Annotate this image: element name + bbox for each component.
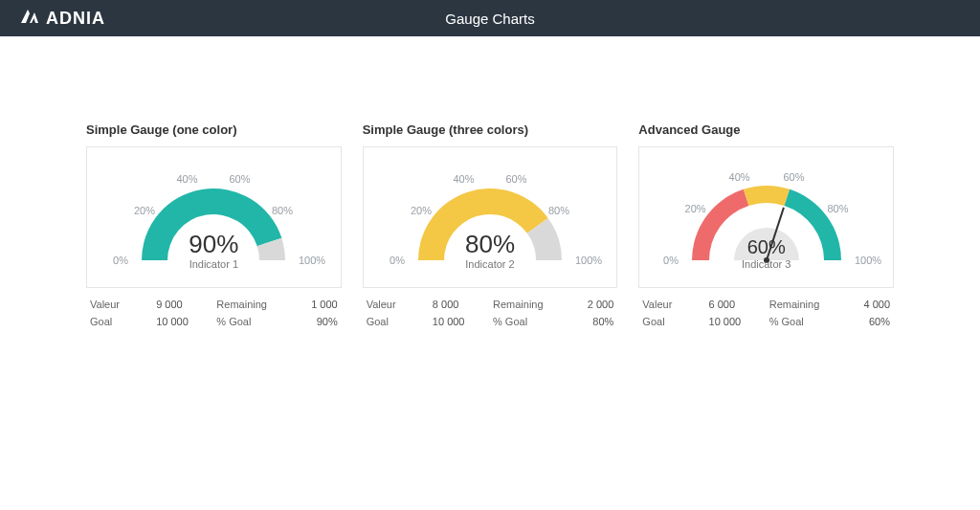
- label-valeur: Valeur: [90, 299, 150, 310]
- gauge-chart-three: 0%20%40%60%80%100% 80% Indicator 2: [363, 146, 618, 288]
- value-goal: 10 000: [150, 316, 216, 327]
- stats-row: Goal 10 000 % Goal 60%: [638, 313, 894, 330]
- gauge-card-1: Simple Gauge (one color) 0%20%40%60%80%1…: [86, 122, 342, 330]
- svg-text:20%: 20%: [684, 203, 705, 214]
- value-remaining: 4 000: [830, 299, 890, 310]
- svg-text:100%: 100%: [299, 255, 325, 266]
- gauge-center: 60% Indicator 3: [742, 237, 791, 270]
- gauge-stats: Valeur 6 000 Remaining 4 000 Goal 10 000…: [638, 296, 894, 330]
- gauge-indicator: Indicator 2: [465, 258, 515, 270]
- value-valeur: 8 000: [427, 299, 493, 310]
- label-valeur: Valeur: [642, 299, 702, 310]
- value-pctgoal: 90%: [278, 316, 338, 327]
- label-remaining: Remaining: [493, 299, 553, 310]
- gauge-indicator: Indicator 3: [742, 258, 791, 270]
- content-area: Simple Gauge (one color) 0%20%40%60%80%1…: [0, 36, 980, 330]
- gauge-title: Simple Gauge (one color): [86, 122, 342, 137]
- svg-text:40%: 40%: [728, 171, 749, 183]
- svg-text:100%: 100%: [575, 255, 602, 266]
- svg-text:60%: 60%: [230, 173, 251, 185]
- stats-row: Valeur 9 000 Remaining 1 000: [86, 296, 342, 313]
- gauge-card-3: Advanced Gauge 0%20%40%60%80%100% 60% In…: [638, 122, 894, 330]
- gauge-value: 90%: [189, 232, 238, 256]
- gauge-stats: Valeur 8 000 Remaining 2 000 Goal 10 000…: [363, 296, 618, 330]
- svg-text:80%: 80%: [548, 205, 569, 216]
- gauge-chart-advanced: 0%20%40%60%80%100% 60% Indicator 3: [638, 146, 894, 288]
- value-goal: 10 000: [703, 316, 769, 327]
- svg-text:80%: 80%: [827, 203, 848, 214]
- label-goal: Goal: [90, 316, 150, 327]
- svg-text:40%: 40%: [453, 173, 474, 185]
- header-bar: ADNIA Gauge Charts: [0, 0, 980, 36]
- gauge-center: 90% Indicator 1: [189, 232, 238, 270]
- brand-logo: ADNIA: [19, 8, 105, 30]
- label-remaining: Remaining: [216, 299, 277, 310]
- svg-text:60%: 60%: [783, 171, 804, 183]
- gauge-value: 60%: [742, 237, 791, 256]
- stats-row: Goal 10 000 % Goal 90%: [86, 313, 342, 330]
- gauge-title: Advanced Gauge: [638, 122, 894, 137]
- svg-text:0%: 0%: [663, 255, 679, 266]
- label-pctgoal: % Goal: [216, 316, 277, 327]
- label-goal: Goal: [367, 316, 427, 327]
- svg-text:40%: 40%: [177, 173, 198, 185]
- page-title: Gauge Charts: [445, 11, 534, 27]
- value-remaining: 2 000: [553, 299, 613, 310]
- gauge-title: Simple Gauge (three colors): [363, 122, 618, 137]
- value-goal: 10 000: [427, 316, 493, 327]
- label-valeur: Valeur: [367, 299, 427, 310]
- label-pctgoal: % Goal: [769, 316, 830, 327]
- gauge-stats: Valeur 9 000 Remaining 1 000 Goal 10 000…: [86, 296, 342, 330]
- svg-text:60%: 60%: [505, 173, 526, 185]
- stats-row: Valeur 8 000 Remaining 2 000: [363, 296, 618, 313]
- value-pctgoal: 60%: [830, 316, 890, 327]
- label-pctgoal: % Goal: [493, 316, 553, 327]
- gauge-card-2: Simple Gauge (three colors) 0%20%40%60%8…: [363, 122, 618, 330]
- label-remaining: Remaining: [769, 299, 830, 310]
- svg-text:20%: 20%: [134, 205, 155, 216]
- value-pctgoal: 80%: [553, 316, 613, 327]
- svg-text:80%: 80%: [272, 205, 293, 216]
- brand-mark-icon: [19, 8, 40, 30]
- label-goal: Goal: [642, 316, 702, 327]
- gauge-center: 80% Indicator 2: [465, 232, 515, 270]
- svg-text:20%: 20%: [411, 205, 432, 216]
- value-valeur: 6 000: [703, 299, 769, 310]
- stats-row: Valeur 6 000 Remaining 4 000: [638, 296, 894, 313]
- value-valeur: 9 000: [150, 299, 216, 310]
- svg-text:0%: 0%: [390, 255, 405, 266]
- svg-text:100%: 100%: [855, 255, 881, 266]
- brand-text: ADNIA: [46, 9, 105, 29]
- gauge-indicator: Indicator 1: [189, 258, 238, 270]
- gauge-chart-simple: 0%20%40%60%80%100% 90% Indicator 1: [86, 146, 342, 288]
- value-remaining: 1 000: [278, 299, 338, 310]
- stats-row: Goal 10 000 % Goal 80%: [363, 313, 618, 330]
- gauge-value: 80%: [465, 232, 515, 256]
- svg-text:0%: 0%: [113, 255, 128, 266]
